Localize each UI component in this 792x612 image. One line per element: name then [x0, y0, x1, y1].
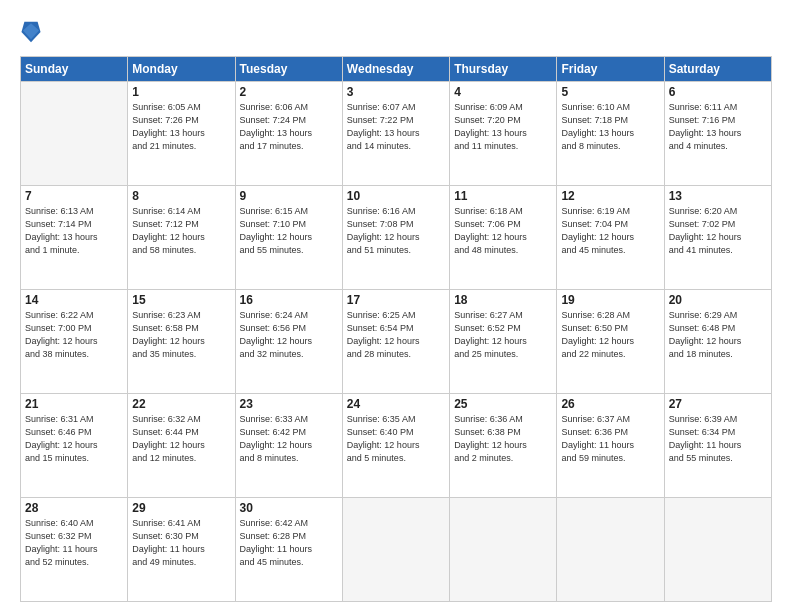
calendar-cell: 27Sunrise: 6:39 AM Sunset: 6:34 PM Dayli… — [664, 394, 771, 498]
week-row-3: 14Sunrise: 6:22 AM Sunset: 7:00 PM Dayli… — [21, 290, 772, 394]
calendar-cell: 13Sunrise: 6:20 AM Sunset: 7:02 PM Dayli… — [664, 186, 771, 290]
day-number: 23 — [240, 397, 338, 411]
day-number: 3 — [347, 85, 445, 99]
calendar-cell: 2Sunrise: 6:06 AM Sunset: 7:24 PM Daylig… — [235, 82, 342, 186]
calendar-cell: 16Sunrise: 6:24 AM Sunset: 6:56 PM Dayli… — [235, 290, 342, 394]
weekday-header-friday: Friday — [557, 57, 664, 82]
day-info: Sunrise: 6:36 AM Sunset: 6:38 PM Dayligh… — [454, 413, 552, 465]
calendar-cell: 20Sunrise: 6:29 AM Sunset: 6:48 PM Dayli… — [664, 290, 771, 394]
day-info: Sunrise: 6:23 AM Sunset: 6:58 PM Dayligh… — [132, 309, 230, 361]
calendar-cell: 23Sunrise: 6:33 AM Sunset: 6:42 PM Dayli… — [235, 394, 342, 498]
calendar-cell: 4Sunrise: 6:09 AM Sunset: 7:20 PM Daylig… — [450, 82, 557, 186]
calendar-cell: 3Sunrise: 6:07 AM Sunset: 7:22 PM Daylig… — [342, 82, 449, 186]
day-info: Sunrise: 6:25 AM Sunset: 6:54 PM Dayligh… — [347, 309, 445, 361]
day-number: 27 — [669, 397, 767, 411]
day-info: Sunrise: 6:13 AM Sunset: 7:14 PM Dayligh… — [25, 205, 123, 257]
week-row-5: 28Sunrise: 6:40 AM Sunset: 6:32 PM Dayli… — [21, 498, 772, 602]
day-info: Sunrise: 6:07 AM Sunset: 7:22 PM Dayligh… — [347, 101, 445, 153]
calendar-cell: 15Sunrise: 6:23 AM Sunset: 6:58 PM Dayli… — [128, 290, 235, 394]
day-info: Sunrise: 6:27 AM Sunset: 6:52 PM Dayligh… — [454, 309, 552, 361]
day-number: 16 — [240, 293, 338, 307]
weekday-header-sunday: Sunday — [21, 57, 128, 82]
day-info: Sunrise: 6:16 AM Sunset: 7:08 PM Dayligh… — [347, 205, 445, 257]
calendar-cell: 24Sunrise: 6:35 AM Sunset: 6:40 PM Dayli… — [342, 394, 449, 498]
weekday-header-monday: Monday — [128, 57, 235, 82]
day-number: 4 — [454, 85, 552, 99]
calendar-cell: 17Sunrise: 6:25 AM Sunset: 6:54 PM Dayli… — [342, 290, 449, 394]
day-number: 7 — [25, 189, 123, 203]
day-info: Sunrise: 6:28 AM Sunset: 6:50 PM Dayligh… — [561, 309, 659, 361]
weekday-header-row: SundayMondayTuesdayWednesdayThursdayFrid… — [21, 57, 772, 82]
day-info: Sunrise: 6:11 AM Sunset: 7:16 PM Dayligh… — [669, 101, 767, 153]
day-info: Sunrise: 6:40 AM Sunset: 6:32 PM Dayligh… — [25, 517, 123, 569]
day-info: Sunrise: 6:06 AM Sunset: 7:24 PM Dayligh… — [240, 101, 338, 153]
day-number: 13 — [669, 189, 767, 203]
week-row-1: 1Sunrise: 6:05 AM Sunset: 7:26 PM Daylig… — [21, 82, 772, 186]
calendar: SundayMondayTuesdayWednesdayThursdayFrid… — [20, 56, 772, 602]
calendar-cell — [664, 498, 771, 602]
day-number: 12 — [561, 189, 659, 203]
day-number: 15 — [132, 293, 230, 307]
calendar-cell: 11Sunrise: 6:18 AM Sunset: 7:06 PM Dayli… — [450, 186, 557, 290]
day-number: 26 — [561, 397, 659, 411]
day-info: Sunrise: 6:10 AM Sunset: 7:18 PM Dayligh… — [561, 101, 659, 153]
day-number: 19 — [561, 293, 659, 307]
day-info: Sunrise: 6:31 AM Sunset: 6:46 PM Dayligh… — [25, 413, 123, 465]
day-info: Sunrise: 6:35 AM Sunset: 6:40 PM Dayligh… — [347, 413, 445, 465]
weekday-header-wednesday: Wednesday — [342, 57, 449, 82]
weekday-header-thursday: Thursday — [450, 57, 557, 82]
day-number: 25 — [454, 397, 552, 411]
day-number: 14 — [25, 293, 123, 307]
calendar-cell: 21Sunrise: 6:31 AM Sunset: 6:46 PM Dayli… — [21, 394, 128, 498]
header — [20, 18, 772, 46]
day-number: 2 — [240, 85, 338, 99]
calendar-cell: 30Sunrise: 6:42 AM Sunset: 6:28 PM Dayli… — [235, 498, 342, 602]
day-info: Sunrise: 6:22 AM Sunset: 7:00 PM Dayligh… — [25, 309, 123, 361]
calendar-cell: 9Sunrise: 6:15 AM Sunset: 7:10 PM Daylig… — [235, 186, 342, 290]
calendar-cell: 14Sunrise: 6:22 AM Sunset: 7:00 PM Dayli… — [21, 290, 128, 394]
calendar-cell: 19Sunrise: 6:28 AM Sunset: 6:50 PM Dayli… — [557, 290, 664, 394]
day-info: Sunrise: 6:41 AM Sunset: 6:30 PM Dayligh… — [132, 517, 230, 569]
day-number: 30 — [240, 501, 338, 515]
day-info: Sunrise: 6:05 AM Sunset: 7:26 PM Dayligh… — [132, 101, 230, 153]
day-info: Sunrise: 6:19 AM Sunset: 7:04 PM Dayligh… — [561, 205, 659, 257]
day-info: Sunrise: 6:33 AM Sunset: 6:42 PM Dayligh… — [240, 413, 338, 465]
day-number: 11 — [454, 189, 552, 203]
day-info: Sunrise: 6:39 AM Sunset: 6:34 PM Dayligh… — [669, 413, 767, 465]
day-number: 22 — [132, 397, 230, 411]
calendar-cell: 22Sunrise: 6:32 AM Sunset: 6:44 PM Dayli… — [128, 394, 235, 498]
calendar-cell — [450, 498, 557, 602]
calendar-cell: 29Sunrise: 6:41 AM Sunset: 6:30 PM Dayli… — [128, 498, 235, 602]
day-number: 5 — [561, 85, 659, 99]
weekday-header-saturday: Saturday — [664, 57, 771, 82]
day-number: 18 — [454, 293, 552, 307]
day-info: Sunrise: 6:37 AM Sunset: 6:36 PM Dayligh… — [561, 413, 659, 465]
day-number: 8 — [132, 189, 230, 203]
day-number: 10 — [347, 189, 445, 203]
calendar-cell — [342, 498, 449, 602]
calendar-cell: 26Sunrise: 6:37 AM Sunset: 6:36 PM Dayli… — [557, 394, 664, 498]
day-info: Sunrise: 6:24 AM Sunset: 6:56 PM Dayligh… — [240, 309, 338, 361]
day-number: 6 — [669, 85, 767, 99]
day-number: 9 — [240, 189, 338, 203]
calendar-cell: 8Sunrise: 6:14 AM Sunset: 7:12 PM Daylig… — [128, 186, 235, 290]
logo-icon — [20, 18, 42, 46]
day-info: Sunrise: 6:32 AM Sunset: 6:44 PM Dayligh… — [132, 413, 230, 465]
day-info: Sunrise: 6:20 AM Sunset: 7:02 PM Dayligh… — [669, 205, 767, 257]
day-info: Sunrise: 6:09 AM Sunset: 7:20 PM Dayligh… — [454, 101, 552, 153]
day-number: 21 — [25, 397, 123, 411]
day-number: 1 — [132, 85, 230, 99]
calendar-cell: 5Sunrise: 6:10 AM Sunset: 7:18 PM Daylig… — [557, 82, 664, 186]
calendar-cell: 10Sunrise: 6:16 AM Sunset: 7:08 PM Dayli… — [342, 186, 449, 290]
day-info: Sunrise: 6:18 AM Sunset: 7:06 PM Dayligh… — [454, 205, 552, 257]
logo — [20, 18, 46, 46]
day-info: Sunrise: 6:14 AM Sunset: 7:12 PM Dayligh… — [132, 205, 230, 257]
calendar-cell: 1Sunrise: 6:05 AM Sunset: 7:26 PM Daylig… — [128, 82, 235, 186]
calendar-cell: 12Sunrise: 6:19 AM Sunset: 7:04 PM Dayli… — [557, 186, 664, 290]
day-info: Sunrise: 6:15 AM Sunset: 7:10 PM Dayligh… — [240, 205, 338, 257]
calendar-cell — [21, 82, 128, 186]
day-number: 24 — [347, 397, 445, 411]
day-number: 17 — [347, 293, 445, 307]
week-row-2: 7Sunrise: 6:13 AM Sunset: 7:14 PM Daylig… — [21, 186, 772, 290]
day-number: 29 — [132, 501, 230, 515]
